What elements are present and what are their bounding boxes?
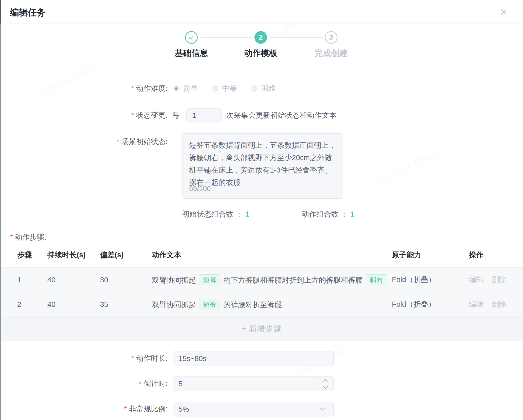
radio-option-easy[interactable]: 简单 [173,83,198,94]
action-combo-count: 动作组合数 ：1 [302,209,354,219]
unusual-ratio-label: *非常规比例: [0,404,168,414]
state-change-value: 1 [192,111,196,120]
col-ability: 原子能力 [392,250,421,260]
edit-link[interactable]: 编辑 [469,275,484,285]
unusual-ratio-row: *非常规比例: 5% [0,402,523,416]
action-text-fragment: 双臂协同抓起 [152,276,196,284]
col-deviation: 偏差(s) [100,250,124,260]
increase-button[interactable] [317,377,333,384]
cell-step: 2 [17,300,21,308]
combo-counts-row: 初始状态组合数 ：1 动作组合数 ：1 [0,208,523,219]
delete-link[interactable]: 删除 [492,299,506,309]
cell-duration: 40 [47,276,55,284]
cell-deviation: 30 [100,276,108,284]
close-button[interactable] [498,6,510,18]
edit-link[interactable]: 编辑 [469,299,484,309]
initial-state-textarea[interactable]: 短裤五条数据背面朝上，五条数据正面朝上，裤腰朝右，离头部视野下方至少20cm之外… [182,133,343,199]
edit-task-dialog: {{current_time}} {{current_time}} {{curr… [0,0,523,420]
radio-circle-icon [251,85,257,92]
initial-state-text: 短裤五条数据背面朝上，五条数据正面朝上，裤腰朝右，离头部视野下方至少20cm之外… [189,141,336,186]
required-mark: * [131,84,134,92]
action-text-fragment: 的裤腰对折至裤腿 [223,301,282,309]
step-3-label: 完成创建 [303,48,359,59]
difficulty-label: *动作难度: [0,83,168,94]
cell-ability: Fold（折叠） [392,275,435,285]
required-mark: * [131,111,134,119]
cell-action-text: 双臂协同抓起短裤的下方裤腿和裤腰对折到上方的裤腿和裤腰朝向 [152,274,390,285]
delete-link[interactable]: 删除 [492,275,506,285]
duration-label: *动作时长: [0,353,168,364]
required-mark: * [131,354,134,362]
action-text-fragment: 双臂协同抓起 [152,301,196,309]
initial-state-label: *场景初始状态: [0,137,168,147]
radio-circle-icon [173,85,179,92]
step-number: 2 [259,33,263,41]
duration-input[interactable]: 15s~80s [173,351,334,366]
cell-operations: 编辑 删除 [469,275,506,285]
object-tag: 短裤 [199,274,220,285]
cell-ability: Fold（折叠） [392,299,435,309]
col-duration: 持续时长(s) [47,250,86,260]
required-mark: * [124,405,127,413]
unusual-ratio-select[interactable]: 5% [173,402,334,416]
radio-option-medium[interactable]: 中等 [212,83,237,94]
object-tag: 短裤 [199,299,220,310]
number-stepper [317,377,333,391]
state-change-input[interactable]: 1 [186,108,222,122]
col-action-text: 动作文本 [152,250,181,260]
dialog-left-edge [0,0,1,420]
cell-duration: 40 [47,300,55,308]
chevron-down-icon [323,386,328,389]
step-3-circle: 3 [325,31,337,44]
watermark: {{current_time}} [376,148,440,187]
duration-row: *动作时长: 15s~80s [0,351,523,366]
difficulty-row: *动作难度: 简单 中等 困难 [0,82,523,95]
state-change-row: *状态变更: 每 1 次采集会更新初始状态和动作文本 [0,108,523,122]
table-row: 1 40 30 双臂协同抓起短裤的下方裤腿和裤腰对折到上方的裤腿和裤腰朝向 Fo… [0,268,523,292]
stepper-connector [200,37,252,38]
check-icon [188,34,195,41]
step-1-circle [185,31,198,44]
radio-circle-icon [212,85,218,92]
countdown-input[interactable]: 5 [173,376,334,391]
step-number: 3 [329,33,333,41]
countdown-value: 5 [178,380,183,388]
close-icon [499,8,508,17]
cell-deviation: 35 [100,300,108,308]
chevron-up-icon [323,379,328,382]
steps-table-header: 步骤 持续时长(s) 偏差(s) 动作文本 原子能力 操作 [0,250,523,268]
state-change-suffix: 次采集会更新初始状态和动作文本 [226,110,336,120]
duration-value: 15s~80s [178,354,206,363]
countdown-label: *倒计时: [0,379,168,389]
dialog-title: 编辑任务 [10,7,46,18]
cell-action-text: 双臂协同抓起短裤的裤腰对折至裤腿 [152,299,282,310]
step-2-circle: 2 [254,31,267,44]
col-operations: 操作 [469,250,484,260]
add-step-label: + 新增步骤 [242,324,281,334]
object-tag: 朝向 [366,274,387,285]
decrease-button[interactable] [317,384,333,391]
required-mark: * [10,233,13,241]
cell-operations: 编辑 删除 [469,299,506,309]
select-chevron-icon [319,407,326,411]
col-step: 步骤 [17,250,32,260]
state-change-label: *状态变更: [0,110,168,120]
radio-option-hard[interactable]: 困难 [251,83,276,94]
state-change-prefix: 每 [172,110,180,120]
watermark: {{current_time}} [34,61,98,101]
dialog-header: 编辑任务 [0,0,523,24]
action-combo-value: 1 [350,210,354,218]
action-text-fragment: 的下方裤腿和裤腰对折到上方的裤腿和裤腰 [223,276,363,284]
countdown-row: *倒计时: 5 [0,376,523,391]
difficulty-radio-group: 简单 中等 困难 [173,83,290,94]
cell-step: 1 [17,276,21,284]
table-row: 2 40 35 双臂协同抓起短裤的裤腰对折至裤腿 Fold（折叠） 编辑 删除 [0,292,523,316]
action-steps-section-label: *动作步骤: [10,232,46,242]
step-2-label: 动作模板 [233,48,289,59]
add-step-button[interactable]: + 新增步骤 [0,317,523,341]
step-1-label: 基础信息 [164,48,219,59]
unusual-ratio-value: 5% [178,405,189,413]
initial-combo-count: 初始状态组合数 ：1 [182,209,249,219]
initial-combo-value: 1 [245,210,249,218]
stepper-connector [270,37,324,38]
